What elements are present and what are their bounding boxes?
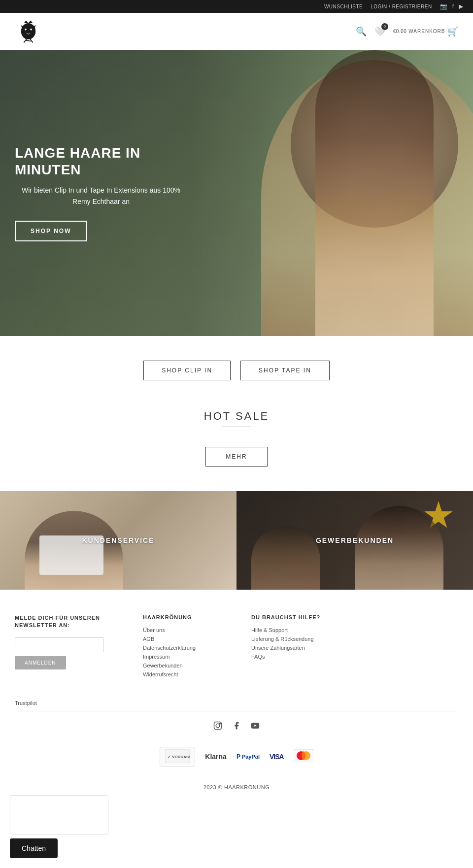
gewerbekunden-label: GEWERBEKUNDEN: [316, 536, 394, 544]
footer-help-link-1[interactable]: Lieferung & Rücksendung: [251, 636, 340, 642]
wishlist-badge: 0: [381, 23, 388, 30]
footer-help-link-0[interactable]: Hilfe & Support: [251, 627, 340, 633]
header-right: 🔍 🤍 0 €0.00 WARENKORB 🛒: [356, 26, 458, 37]
klarna-icon: Klarna: [205, 753, 227, 761]
footer-help-link-3[interactable]: FAQs: [251, 654, 340, 660]
svg-point-8: [216, 724, 220, 728]
footer-link-2[interactable]: Datenschutzerklärung: [143, 645, 232, 651]
svg-marker-0: [24, 21, 33, 24]
top-bar: WUNSCHLISTE LOGIN / REGISTRIEREN 📷 f ▶: [0, 0, 473, 13]
footer-col1-title: HAARKRÖNUNG: [143, 614, 232, 620]
social-icons-top: 📷 f ▶: [440, 3, 463, 10]
shop-buttons-section: SHOP CLIP IN SHOP TAPE IN: [0, 336, 473, 405]
facebook-icon-top[interactable]: f: [452, 3, 454, 10]
svg-line-6: [26, 40, 31, 41]
visa-icon: VISA: [270, 753, 284, 761]
gewerbekunden-block[interactable]: GEWERBEKUNDEN: [236, 491, 473, 590]
footer-link-5[interactable]: Widerrufsrecht: [143, 671, 232, 677]
wishlist-icon[interactable]: 🤍 0: [374, 26, 385, 37]
section-divider: [222, 427, 251, 427]
chat-widget: Chatten: [10, 795, 108, 798]
hero-content: LANGE HAARE IN MINUTEN Wir bieten Clip I…: [0, 145, 187, 241]
chat-window: [10, 795, 108, 798]
footer-help-link-2[interactable]: Unsere Zahlungsarten: [251, 645, 340, 651]
paypal-icon: PPayPal: [236, 753, 260, 760]
cart-icon: 🛒: [447, 26, 459, 37]
svg-point-2: [25, 29, 27, 31]
svg-text:✓ VORKASSE: ✓ VORKASSE: [168, 755, 190, 759]
hero-section: LANGE HAARE IN MINUTEN Wir bieten Clip I…: [0, 50, 473, 336]
footer-link-0[interactable]: Über uns: [143, 627, 232, 633]
vorkasse-icon: ✓ VORKASSE: [160, 747, 195, 767]
payment-row: ✓ VORKASSE Klarna PPayPal VISA: [0, 742, 473, 776]
shop-tape-in-button[interactable]: SHOP TAPE IN: [240, 361, 330, 380]
footer-link-4[interactable]: Gewerbekunden: [143, 663, 232, 668]
hot-sale-section: HOT SALE MEHR: [0, 405, 473, 476]
service-blocks: KUNDENSERVICE GEWERBEKUNDEN: [0, 491, 473, 590]
mehr-button[interactable]: MEHR: [205, 447, 267, 467]
hot-sale-title: HOT SALE: [10, 410, 463, 423]
hero-title: LANGE HAARE IN MINUTEN: [15, 145, 187, 178]
cart-area[interactable]: €0.00 WARENKORB 🛒: [393, 26, 458, 37]
svg-point-16: [302, 751, 305, 760]
hero-subtitle: Wir bieten Clip In und Tape In Extension…: [15, 185, 187, 207]
hero-image-area: [227, 50, 473, 336]
footer-link-1[interactable]: AGB: [143, 636, 232, 642]
instagram-icon-top[interactable]: 📷: [440, 3, 447, 10]
wishlist-link[interactable]: WUNSCHLISTE: [324, 4, 363, 9]
login-link[interactable]: LOGIN / REGISTRIEREN: [371, 4, 432, 9]
trustpilot-bar: Trustpilot: [0, 695, 473, 711]
header: 🔍 🤍 0 €0.00 WARENKORB 🛒: [0, 13, 473, 50]
youtube-icon-footer[interactable]: [251, 721, 260, 732]
shop-now-button[interactable]: SHOP NOW: [15, 221, 87, 241]
youtube-icon-top[interactable]: ▶: [459, 3, 463, 10]
trustpilot-label[interactable]: Trustpilot: [15, 700, 37, 706]
instagram-icon-footer[interactable]: [213, 721, 222, 732]
search-icon[interactable]: 🔍: [356, 26, 367, 37]
footer-newsletter: MELDE DICH FÜR UNSEREN NEWSLETTER AN: AN…: [15, 614, 123, 669]
footer-link-3[interactable]: Impressum: [143, 654, 232, 660]
logo[interactable]: [15, 18, 42, 45]
facebook-icon-footer[interactable]: [232, 721, 241, 732]
footer-social: [0, 711, 473, 742]
cart-label: WARENKORB: [408, 29, 445, 34]
cart-price: €0.00: [393, 29, 407, 34]
footer-col2-title: DU BRAUCHST HILFE?: [251, 614, 340, 620]
mastercard-icon: [294, 749, 313, 764]
shop-clip-in-button[interactable]: SHOP CLIP IN: [143, 361, 231, 380]
anmelden-button[interactable]: ANMELDEN: [15, 656, 66, 669]
footer-col-haarkroenung: HAARKRÖNUNG Über uns AGB Datenschutzerkl…: [143, 614, 232, 680]
newsletter-title: MELDE DICH FÜR UNSEREN NEWSLETTER AN:: [15, 614, 123, 630]
kundenservice-overlay: KUNDENSERVICE: [0, 491, 236, 590]
newsletter-input[interactable]: [15, 637, 103, 652]
footer-col-help: DU BRAUCHST HILFE? Hilfe & Support Liefe…: [251, 614, 340, 663]
footer-main: MELDE DICH FÜR UNSEREN NEWSLETTER AN: AN…: [0, 590, 473, 695]
gewerbekunden-overlay: GEWERBEKUNDEN: [236, 491, 473, 590]
kundenservice-label: KUNDENSERVICE: [82, 536, 154, 544]
kundenservice-block[interactable]: KUNDENSERVICE: [0, 491, 236, 590]
svg-point-3: [30, 29, 32, 31]
svg-point-9: [219, 723, 220, 724]
